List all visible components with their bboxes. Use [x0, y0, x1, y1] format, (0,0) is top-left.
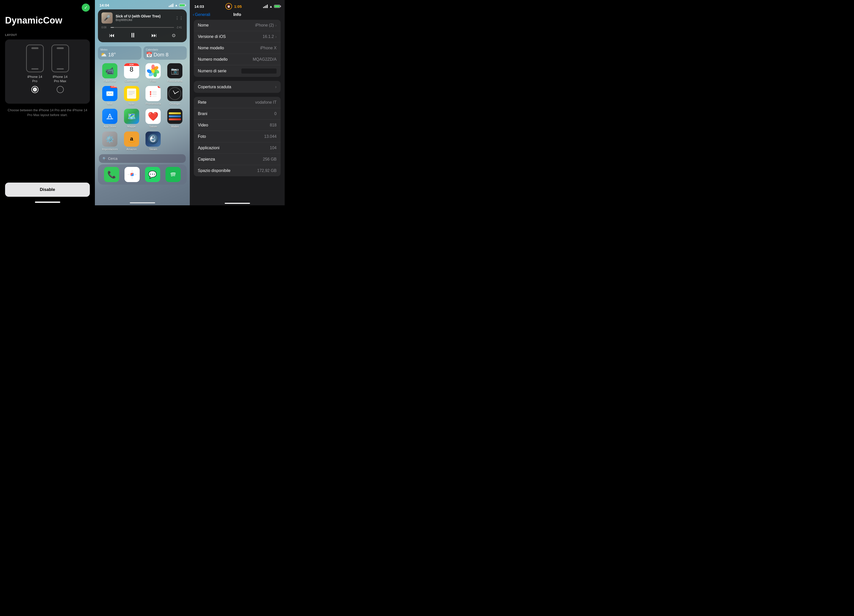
- app-mappe[interactable]: 🗺️ Mappe: [121, 109, 142, 128]
- weather-label: Meteo: [101, 48, 139, 51]
- bar1: [169, 6, 169, 7]
- app-foto[interactable]: Foto: [142, 63, 164, 82]
- weather-value: ⛅ 18°: [101, 52, 139, 58]
- app-salute[interactable]: ❤️ Salute: [142, 109, 164, 128]
- track-title: Sick of U (with Oliver Tree): [116, 14, 172, 18]
- app-title: DynamicCow: [5, 15, 90, 26]
- radio-empty: [57, 86, 64, 93]
- settings-content: Nome iPhone (2) › Versione di iOS 16.1.2…: [190, 20, 285, 201]
- app-fotocamera[interactable]: 📷 Fotocamera: [164, 63, 186, 82]
- whatsapp-icon: 💬: [145, 167, 160, 182]
- bar4: [267, 5, 268, 8]
- airplay-button[interactable]: ⊙: [172, 33, 175, 38]
- chevron-right-icon: ›: [275, 23, 276, 27]
- nome-value: iPhone (2) ›: [255, 23, 277, 27]
- iphone14promax-option[interactable]: iPhone 14Pro Max: [51, 44, 69, 93]
- dock-whatsapp[interactable]: 💬: [145, 167, 160, 182]
- dock: 📞 💬: [98, 164, 187, 185]
- battery-fill: [180, 4, 185, 6]
- app-grid-row1: 📹 FaceTime DOM 8 Calendario: [95, 61, 190, 153]
- svg-point-21: [148, 134, 158, 144]
- status-bar: 14:04 ▲: [95, 0, 190, 7]
- apps-value: 104: [270, 146, 276, 150]
- status-bar: 14:03 ⏰ 1:05 ▲: [190, 0, 285, 10]
- app-facetime[interactable]: 📹 FaceTime: [99, 63, 121, 82]
- app-mail[interactable]: ✉️ 2.289 Mail: [99, 86, 121, 105]
- dock-spotify[interactable]: [165, 167, 181, 182]
- nome-row[interactable]: Nome iPhone (2) ›: [194, 20, 281, 31]
- promemoria-label: Promemoria: [145, 102, 161, 105]
- coverage-row[interactable]: Copertura scaduta ›: [194, 81, 281, 93]
- coverage-section: Copertura scaduta ›: [194, 81, 281, 93]
- salute-icon: ❤️: [145, 109, 161, 124]
- app-calendario[interactable]: DOM 8 Calendario: [121, 63, 142, 82]
- device-info-section: Nome iPhone (2) › Versione di iOS 16.1.2…: [194, 20, 281, 77]
- iphone14pro-option[interactable]: iPhone 14Pro ✓: [26, 44, 44, 93]
- nome-label: Nome: [198, 23, 209, 27]
- bar3: [266, 5, 267, 8]
- iphone14pro-label: iPhone 14Pro: [27, 75, 42, 84]
- capacity-row: Capienza 256 GB: [194, 154, 281, 165]
- calendario-label: Calendario: [125, 79, 138, 82]
- wifi-icon: ▲: [269, 5, 273, 8]
- app-appstore[interactable]: A App Store: [99, 109, 121, 128]
- rewind-button[interactable]: ⏮: [109, 32, 114, 39]
- mappe-icon: 🗺️: [124, 109, 139, 124]
- search-icon: 🔍: [102, 157, 107, 161]
- app-note[interactable]: Note: [121, 86, 142, 105]
- disable-button[interactable]: Disable: [5, 183, 90, 197]
- back-button[interactable]: ‹ Generali: [193, 12, 210, 17]
- app-wallet[interactable]: Wallet: [164, 109, 186, 128]
- fastforward-button[interactable]: ⏭: [151, 32, 157, 39]
- rete-row: Rete vodafone IT: [194, 97, 281, 108]
- orologio-icon: [167, 86, 183, 101]
- home-indicator: [35, 202, 60, 203]
- calendar-widget[interactable]: Calendario 📅 Dom 8: [143, 46, 187, 60]
- pause-button[interactable]: ⏸: [130, 31, 136, 39]
- search-bar[interactable]: 🔍 Cerca: [99, 154, 186, 163]
- video-row: Video 818: [194, 120, 281, 131]
- notch: [31, 47, 38, 49]
- brani-value: 0: [274, 111, 276, 116]
- ios-version-label: Versione di iOS: [198, 34, 226, 39]
- note-label: Note: [128, 102, 134, 105]
- iphone14promax-icon: [51, 44, 69, 72]
- dock-safari[interactable]: [125, 167, 140, 182]
- app-steam[interactable]: Steam: [142, 131, 164, 151]
- gear-icon: ⚙️: [105, 135, 114, 143]
- foto-icon: [145, 63, 161, 78]
- weather-widget[interactable]: Meteo ⛅ 18°: [98, 46, 142, 60]
- status-time: 14:03: [194, 4, 204, 9]
- cal-day: 8: [130, 66, 133, 73]
- wallet-label: Wallet: [171, 125, 178, 128]
- timer-icon: ⏰: [226, 3, 232, 10]
- orologio-label: Orologio: [169, 102, 180, 105]
- ios-version-row[interactable]: Versione di iOS 16.1.2 ›: [194, 31, 281, 43]
- safari-icon: [125, 167, 140, 182]
- model-number-row: Numero modello MQAG2ZD/A: [194, 54, 281, 65]
- amazon-icon: a: [124, 131, 139, 147]
- app-promemoria[interactable]: 1 Promemoria: [142, 86, 164, 105]
- foto-row: Foto 13.044: [194, 131, 281, 142]
- radio-selected[interactable]: ✓: [31, 86, 38, 93]
- signal-bars: [169, 3, 173, 7]
- progress-bar[interactable]: [111, 27, 174, 28]
- fotocamera-icon: 📷: [167, 63, 183, 78]
- foto-label: Foto: [150, 79, 156, 82]
- home-indicator: [225, 203, 250, 204]
- nav-title: Info: [233, 12, 241, 17]
- amazon-label: Amazon: [126, 148, 136, 151]
- progress-bar-container: 0:08 -2:41: [101, 26, 183, 29]
- album-art: 🎤: [101, 12, 113, 23]
- mail-label: Mail: [107, 102, 112, 105]
- facetime-label: FaceTime: [104, 79, 116, 82]
- ios-version-value: 16.1.2 ›: [263, 34, 276, 39]
- dock-telefono[interactable]: 📞: [104, 167, 119, 182]
- iphone14promax-label: iPhone 14Pro Max: [53, 75, 67, 84]
- app-impostazioni[interactable]: ⚙️ Impostazioni: [99, 131, 121, 151]
- app-amazon[interactable]: a Amazon: [121, 131, 142, 151]
- battery-icon: [179, 4, 185, 7]
- serial-number-value: ████████: [241, 68, 276, 74]
- progress-fill: [111, 27, 114, 28]
- app-orologio[interactable]: Orologio: [164, 86, 186, 105]
